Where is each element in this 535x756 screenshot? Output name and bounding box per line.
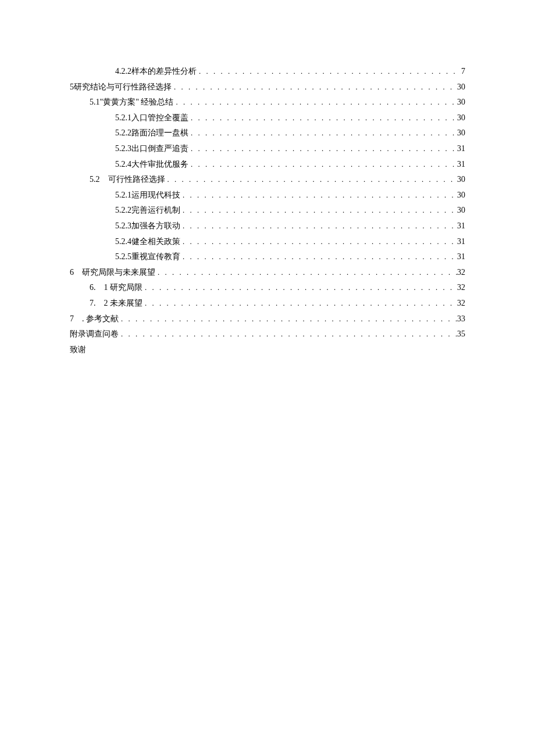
- toc-entry-number: 4.2.2: [115, 64, 131, 80]
- toc-entry-page: 30: [457, 172, 465, 188]
- toc-entry-title: 运用现代科技: [131, 188, 180, 203]
- toc-leader-dots: [119, 312, 457, 327]
- toc-entry: 5.2.5重视宣传教育 31: [70, 249, 465, 265]
- toc-leader-dots: [142, 281, 457, 295]
- table-of-contents: 4.2.2 样本的差异性分析 75 研究结论与可行性路径选择 305.1 "黄黄…: [70, 64, 465, 357]
- toc-leader-dots: [142, 296, 457, 311]
- toc-entry-title: 2 未来展望: [104, 296, 143, 311]
- toc-leader-dots: [188, 111, 457, 126]
- toc-entry-title: 出口倒查严追责: [131, 141, 188, 157]
- toc-entry-number: 5.2.1: [115, 188, 131, 203]
- toc-entry-number: 7.: [90, 296, 96, 311]
- toc-leader-dots: [172, 80, 457, 95]
- toc-entry-title: 入口管控全覆盖: [131, 110, 188, 126]
- toc-gap: [96, 296, 104, 311]
- toc-leader-dots: [180, 203, 457, 218]
- toc-entry-page: 30: [457, 80, 465, 95]
- toc-entry-number: 5.2.2: [115, 126, 131, 141]
- toc-entry-page: 30: [457, 126, 465, 141]
- toc-entry-title: 附录调查问卷: [70, 327, 119, 342]
- toc-entry-title: 重视宣传教育: [131, 249, 180, 265]
- toc-entry-number: 5: [70, 80, 74, 95]
- toc-entry-number: 5.2.4: [115, 157, 131, 173]
- toc-entry-title: 路面治理一盘棋: [131, 126, 188, 141]
- toc-entry: 5.1 "黄黄方案" 经验总结 30: [70, 95, 465, 110]
- toc-leader-dots: [180, 188, 457, 203]
- toc-entry-title: 致谢: [70, 342, 86, 358]
- toc-entry: 5.2.3加强各方联动 31: [70, 218, 465, 234]
- toc-entry-page: 31: [457, 218, 465, 234]
- toc-entry-page: 30: [457, 110, 465, 126]
- toc-leader-dots: [188, 157, 457, 172]
- toc-entry-title: 健全相关政策: [131, 234, 180, 250]
- toc-entry: 5.2.3出口倒查严追责 31: [70, 141, 465, 157]
- toc-entry-title: 研究局限与未来展望: [82, 265, 155, 281]
- toc-entry-page: 32: [457, 280, 465, 296]
- toc-entry: 附录调查问卷 35: [70, 327, 465, 342]
- toc-leader-dots: [188, 142, 457, 156]
- toc-entry-page: 7: [461, 64, 465, 80]
- toc-leader-dots: [180, 219, 457, 234]
- toc-entry-number: 6.: [90, 280, 96, 296]
- toc-entry-title: 1 研究局限: [104, 280, 143, 296]
- toc-entry-page: 31: [457, 249, 465, 265]
- toc-entry-number: 5.2.3: [115, 218, 131, 234]
- toc-leader-dots: [180, 235, 457, 249]
- toc-entry: 5.2.4健全相关政策 31: [70, 234, 465, 250]
- toc-entry: 6 研究局限与未来展望 32: [70, 265, 465, 281]
- toc-entry-page: 30: [457, 95, 465, 110]
- toc-entry-title: . 参考文献: [82, 311, 119, 327]
- toc-entry-title: 研究结论与可行性路径选择: [74, 80, 172, 95]
- toc-leader-dots: [180, 250, 457, 264]
- toc-entry-title: 可行性路径选择: [108, 172, 165, 188]
- toc-entry-page: 31: [457, 141, 465, 157]
- toc-entry: 5.2 可行性路径选择 30: [70, 172, 465, 188]
- toc-entry-number: 7: [70, 311, 74, 327]
- toc-entry: 致谢: [70, 342, 465, 358]
- toc-leader-dots: [173, 95, 457, 110]
- toc-entry-page: 31: [457, 234, 465, 250]
- toc-gap: [96, 280, 104, 296]
- toc-entry-number: 5.1: [90, 95, 100, 110]
- toc-leader-dots: [119, 327, 457, 342]
- toc-entry: 5 研究结论与可行性路径选择 30: [70, 80, 465, 95]
- toc-entry-page: 35: [457, 327, 465, 342]
- toc-entry-page: 31: [457, 157, 465, 173]
- toc-entry-page: 30: [457, 203, 465, 218]
- toc-entry-number: 5.2.3: [115, 141, 131, 157]
- toc-leader-dots: [165, 173, 458, 187]
- toc-gap: [74, 265, 82, 281]
- toc-entry-number: 5.2: [90, 172, 100, 188]
- toc-leader-dots: [155, 266, 457, 280]
- toc-entry: 5.2.1入口管控全覆盖 30: [70, 110, 465, 126]
- toc-entry-title: 完善运行机制: [131, 203, 180, 218]
- toc-entry: 5.2.2完善运行机制 30: [70, 203, 465, 218]
- toc-entry-title: "黄黄方案" 经验总结: [100, 95, 174, 110]
- toc-entry: 7. 2 未来展望 32: [70, 296, 465, 311]
- toc-entry-title: 加强各方联动: [131, 218, 180, 234]
- toc-entry-page: 32: [457, 296, 465, 311]
- toc-entry: 7 . 参考文献 33: [70, 311, 465, 327]
- toc-entry-page: 32: [457, 265, 465, 281]
- toc-leader-dots: [188, 126, 457, 141]
- toc-entry-page: 30: [457, 188, 465, 203]
- toc-entry: 6. 1 研究局限 32: [70, 280, 465, 296]
- toc-gap: [100, 172, 108, 188]
- toc-entry-number: 5.2.1: [115, 110, 131, 126]
- toc-entry-number: 6: [70, 265, 74, 281]
- toc-entry-page: 33: [457, 311, 465, 327]
- toc-leader-dots: [197, 65, 461, 79]
- toc-entry-title: 大件审批优服务: [131, 157, 188, 173]
- toc-entry-number: 5.2.2: [115, 203, 131, 218]
- toc-entry: 5.2.2路面治理一盘棋 30: [70, 126, 465, 141]
- toc-entry: 5.2.4大件审批优服务 31: [70, 157, 465, 173]
- toc-entry-number: 5.2.4: [115, 234, 131, 250]
- toc-gap: [74, 311, 82, 327]
- toc-entry: 5.2.1运用现代科技 30: [70, 188, 465, 203]
- toc-entry-title: 样本的差异性分析: [131, 64, 197, 80]
- toc-entry: 4.2.2 样本的差异性分析 7: [70, 64, 465, 80]
- toc-entry-number: 5.2.5: [115, 249, 131, 265]
